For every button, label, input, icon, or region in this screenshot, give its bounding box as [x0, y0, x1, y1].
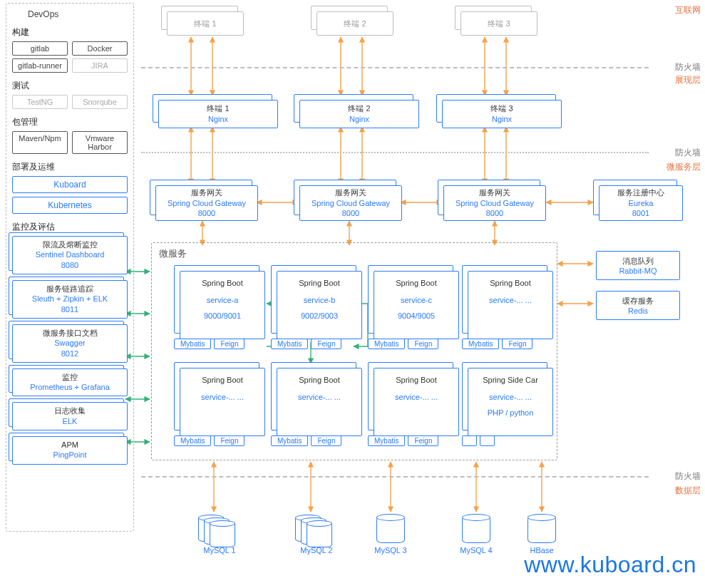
box-kuboard: Kuboard: [12, 176, 128, 193]
ms-card-2-3: Spring Side Car service-... ... PHP / py…: [468, 368, 553, 445]
section-build-title: 构建: [12, 26, 128, 38]
layer-firewall-3: 防火墙: [675, 470, 701, 483]
layer-data: 数据层: [675, 485, 701, 497]
microservices-title: 微服务: [159, 247, 187, 260]
layer-firewall-2: 防火墙: [675, 147, 701, 159]
firewall-line-3: [141, 476, 649, 478]
firewall-line-1: [141, 67, 649, 68]
terminal-3: 终端 3: [460, 11, 537, 36]
section-monitor-title: 监控及评估: [12, 221, 128, 233]
ms-card-1-1: Spring Boot service-b 9002/9003 MybatisF…: [277, 271, 362, 348]
gateway-2: 服务网关Spring Cloud Gateway8000: [299, 185, 402, 221]
box-kubernetes: Kubernetes: [12, 197, 128, 214]
layer-internet: 互联网: [675, 4, 701, 16]
nginx-3: 终端 3Nginx: [442, 100, 562, 128]
box-maven-npm: Maven/Npm: [12, 131, 68, 154]
devops-title: DevOps: [28, 9, 128, 19]
section-deploy-title: 部署及运维: [12, 161, 128, 173]
terminal-1: 终端 1: [167, 11, 244, 36]
ms-card-1-2: Spring Boot service-c 9004/9005 MybatisF…: [374, 271, 459, 348]
box-gitlab-runner: gitlab-runner: [12, 58, 68, 73]
box-mq: 消息队列Rabbit-MQ: [596, 251, 680, 280]
box-testng: TestNG: [12, 95, 68, 109]
box-vmware-harbor: Vmware Harbor: [72, 131, 128, 154]
ms-card-2-0: Spring Boot service-... ... MybatisFeign: [180, 368, 265, 445]
gateway-1: 服务网关Spring Cloud Gateway8000: [155, 185, 258, 221]
db-mysql-3: MySQL 3: [376, 516, 405, 549]
layer-microservice: 微服务层: [667, 161, 701, 173]
terminal-2: 终端 2: [317, 11, 393, 36]
box-gitlab: gitlab: [12, 41, 68, 56]
monitor-card-1: 服务链路追踪 Sleuth + Zipkin + ELK 8011: [12, 280, 128, 319]
ms-card-1-3: Spring Boot service-... ... MybatisFeign: [468, 271, 553, 348]
devops-panel: DevOps 构建 gitlab Docker gitlab-runner JI…: [6, 3, 134, 532]
section-pkg-title: 包管理: [12, 116, 128, 128]
db-hbase: HBase: [528, 516, 556, 549]
monitor-card-2: 微服务接口文档 Swagger 8012: [12, 324, 128, 363]
db-mysql-4: MySQL 4: [462, 516, 490, 549]
service-registry: 服务注册中心Eureka8001: [599, 185, 683, 221]
ms-card-2-1: Spring Boot service-... ... MybatisFeign: [277, 368, 362, 445]
layer-firewall-1: 防火墙: [675, 61, 701, 73]
monitor-card-3: 监控 Prometheus + Grafana: [12, 368, 128, 397]
nginx-2: 终端 2Nginx: [299, 100, 419, 128]
box-cache: 缓存服务Redis: [596, 291, 680, 320]
box-jira: JIRA: [72, 58, 128, 73]
box-docker: Docker: [72, 41, 128, 56]
section-test-title: 测试: [12, 80, 128, 92]
box-sonarqube: Snorqube: [72, 95, 128, 109]
monitor-card-4: 日志收集 ELK: [12, 402, 128, 430]
gateway-3: 服务网关Spring Cloud Gateway8000: [443, 185, 546, 221]
monitor-card-0: 限流及熔断监控 Sentinel Dashboard 8080: [12, 236, 128, 274]
firewall-line-2: [141, 152, 649, 153]
watermark: www.kuboard.cn: [524, 552, 696, 578]
layer-presentation: 展现层: [675, 74, 701, 86]
monitor-card-5: APM PingPoint: [12, 436, 128, 465]
nginx-1: 终端 1Nginx: [158, 100, 278, 128]
ms-card-1-0: Spring Boot service-a 9000/9001 MybatisF…: [180, 271, 265, 348]
ms-card-2-2: Spring Boot service-... ... MybatisFeign: [374, 368, 459, 445]
